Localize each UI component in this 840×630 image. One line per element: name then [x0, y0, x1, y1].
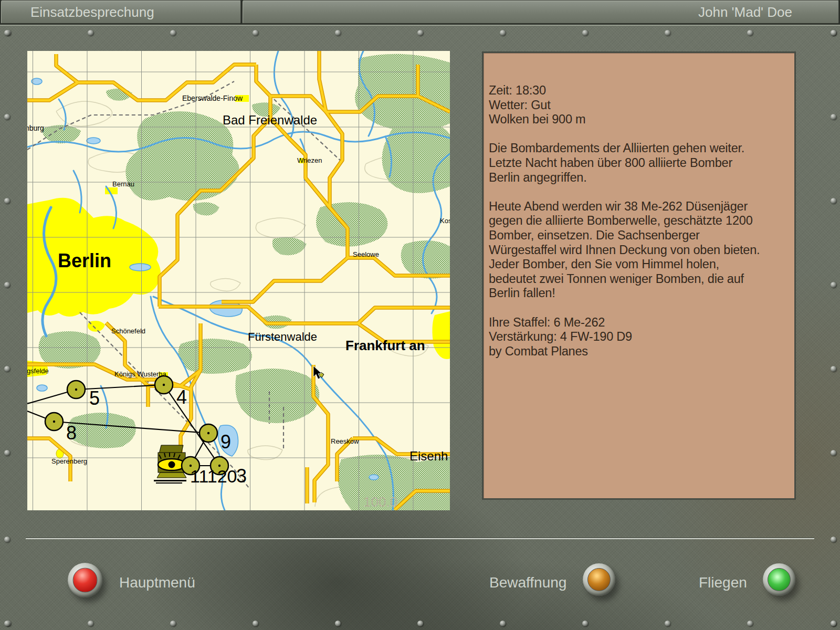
screw-icon — [500, 30, 506, 36]
label-frankfurt: Frankfurt an — [345, 338, 425, 353]
label-seelowe: Seelowe — [353, 250, 379, 258]
label-eberswalde: Eberswalde-Finow — [182, 94, 243, 102]
screw-icon — [4, 366, 10, 372]
fly-label[interactable]: Fliegen — [699, 574, 747, 592]
screw-icon — [88, 621, 93, 626]
screw-icon — [831, 621, 836, 626]
armament-button[interactable] — [583, 563, 615, 596]
screw-icon — [335, 30, 341, 36]
screw-icon — [831, 198, 836, 204]
waypoint-label-5: 5 — [89, 387, 100, 409]
waypoint-label-3: 3 — [236, 465, 247, 487]
label-fuerstenwalde: Fürstenwalde — [248, 330, 317, 343]
screw-icon — [253, 30, 258, 36]
screw-icon — [582, 621, 588, 626]
screw-icon — [4, 621, 10, 626]
waypoint-label-8: 8 — [66, 422, 77, 444]
label-oranienburg: nburg — [27, 124, 44, 132]
screw-icon — [831, 30, 836, 36]
screw-icon — [747, 621, 753, 626]
waypoint-label-cluster: 11120 — [190, 466, 237, 486]
screw-icon — [4, 282, 10, 288]
pilot-name-tab: John 'Mad' Doe — [243, 1, 839, 24]
mission-briefing-screen: Einsatzbesprechung John 'Mad' Doe — [0, 0, 840, 630]
screw-icon — [335, 621, 341, 626]
screw-icon — [4, 198, 10, 204]
label-wriezen: Wriezen — [297, 156, 322, 164]
screw-icon — [253, 621, 258, 626]
label-sperenberg: Sperenberg — [51, 457, 87, 465]
screw-icon — [4, 537, 10, 542]
label-berlin: Berlin — [58, 250, 111, 271]
fly-button[interactable] — [763, 563, 795, 596]
screw-icon — [582, 30, 588, 36]
screw-icon — [831, 537, 836, 542]
waypoint-label-4: 4 — [176, 386, 187, 408]
screw-icon — [747, 30, 753, 36]
briefing-text: Zeit: 18:30 Wetter: Gut Wolken bei 900 m… — [489, 83, 792, 359]
label-ludwigsfelde: igsfelde — [27, 367, 49, 375]
label-reeskow: Reeskow — [331, 437, 359, 445]
screw-icon — [831, 282, 836, 288]
label-eisenhuettenstadt: Eisenh — [410, 449, 448, 463]
screw-icon — [831, 450, 836, 456]
red-lamp-icon — [73, 568, 98, 593]
title-bar: Einsatzbesprechung John 'Mad' Doe — [0, 0, 840, 25]
mission-map[interactable]: nburg Eberswalde-Finow Bad Freienwalde W… — [27, 51, 450, 510]
briefing-panel: Zeit: 18:30 Wetter: Gut Wolken bei 900 m… — [482, 51, 796, 500]
main-menu-button[interactable] — [68, 563, 102, 597]
screw-icon — [4, 30, 10, 36]
armament-label[interactable]: Bewaffnung — [489, 574, 566, 592]
amber-lamp-icon — [587, 568, 611, 591]
label-bernau: Bernau — [112, 180, 134, 188]
screw-icon — [88, 30, 93, 36]
screen-title-tab: Einsatzbesprechung — [1, 1, 241, 24]
bottom-divider — [26, 538, 814, 539]
waypoint-label-9: 9 — [220, 431, 231, 453]
label-schoenefeld: Schönefeld — [111, 327, 145, 335]
screw-icon — [831, 114, 836, 120]
screw-icon — [665, 30, 670, 36]
screw-icon — [170, 30, 176, 36]
screw-icon — [665, 621, 670, 626]
map-scale-value: 100.0 — [363, 494, 397, 510]
screw-icon — [831, 366, 836, 372]
screw-icon — [4, 114, 10, 120]
screw-icon — [417, 30, 423, 36]
screw-icon — [417, 621, 423, 626]
green-lamp-icon — [768, 568, 791, 591]
screw-icon — [170, 621, 176, 626]
label-kostrzyn: Kos — [440, 217, 450, 225]
label-bad-freienwalde: Bad Freienwalde — [223, 113, 317, 127]
main-menu-label[interactable]: Hauptmenü — [119, 574, 195, 592]
screw-icon — [500, 621, 506, 626]
screw-icon — [4, 450, 10, 456]
